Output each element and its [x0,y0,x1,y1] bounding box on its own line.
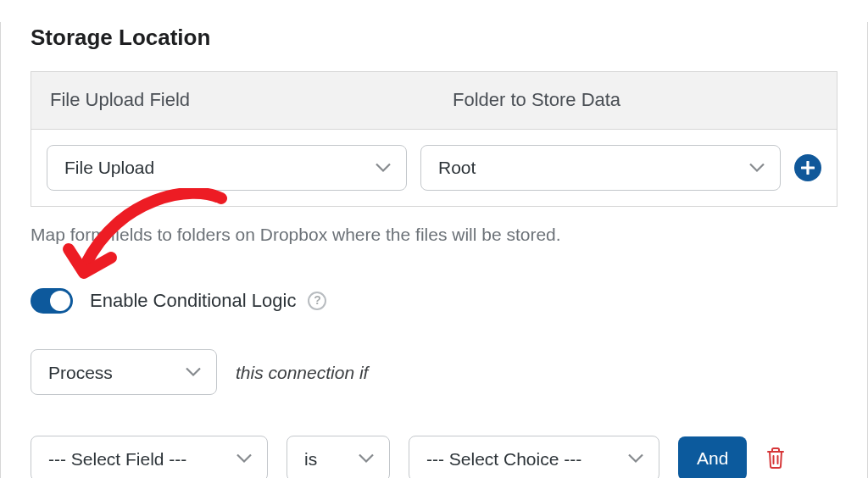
chevron-down-icon [376,164,391,173]
and-button[interactable]: And [678,436,747,478]
rule-choice-select[interactable]: --- Select Choice --- [409,436,659,478]
toggle-knob [50,291,70,311]
chevron-down-icon [628,454,643,464]
conditional-logic-toggle-row: Enable Conditional Logic ? [31,288,837,314]
rule-operator-value: is [304,447,317,471]
help-icon[interactable]: ? [308,292,326,310]
rule-choice-value: --- Select Choice --- [426,447,581,471]
chevron-down-icon [186,368,201,377]
delete-rule-button[interactable] [765,447,787,470]
rule-field-value: --- Select Field --- [48,447,186,471]
folder-select-wrap: Root [420,145,781,191]
conditional-logic-toggle[interactable] [31,288,73,314]
file-upload-field-value: File Upload [64,155,154,180]
rule-field-select[interactable]: --- Select Field --- [31,436,268,478]
folder-select[interactable]: Root [420,145,781,191]
field-folder-map-table: File Upload Field Folder to Store Data F… [31,71,837,207]
trash-icon [765,447,787,469]
map-table-row: File Upload Root [31,130,837,206]
storage-location-panel: Storage Location File Upload Field Folde… [0,22,868,478]
add-row-button[interactable] [794,154,821,181]
chevron-down-icon [359,454,374,464]
conditional-action-row: Process this connection if [31,349,837,395]
file-upload-field-select-wrap: File Upload [47,145,407,191]
conditional-action-select[interactable]: Process [31,349,217,395]
header-file-upload-field: File Upload Field [31,72,434,129]
rule-operator-select[interactable]: is [287,436,390,478]
plus-icon [801,161,815,175]
conditional-logic-label: Enable Conditional Logic [90,288,296,314]
folder-value: Root [438,155,476,180]
conditional-action-value: Process [48,360,113,385]
map-table-header: File Upload Field Folder to Store Data [31,72,837,130]
chevron-down-icon [749,164,765,173]
file-upload-field-select[interactable]: File Upload [47,145,407,191]
conditional-sentence-suffix: this connection if [236,360,368,385]
storage-help-text: Map form fields to folders on Dropbox wh… [31,222,837,247]
header-folder-to-store: Folder to Store Data [434,72,837,129]
chevron-down-icon [236,454,252,464]
conditional-rule-row: --- Select Field --- is --- Select Choic… [31,436,837,478]
section-title: Storage Location [31,22,837,53]
